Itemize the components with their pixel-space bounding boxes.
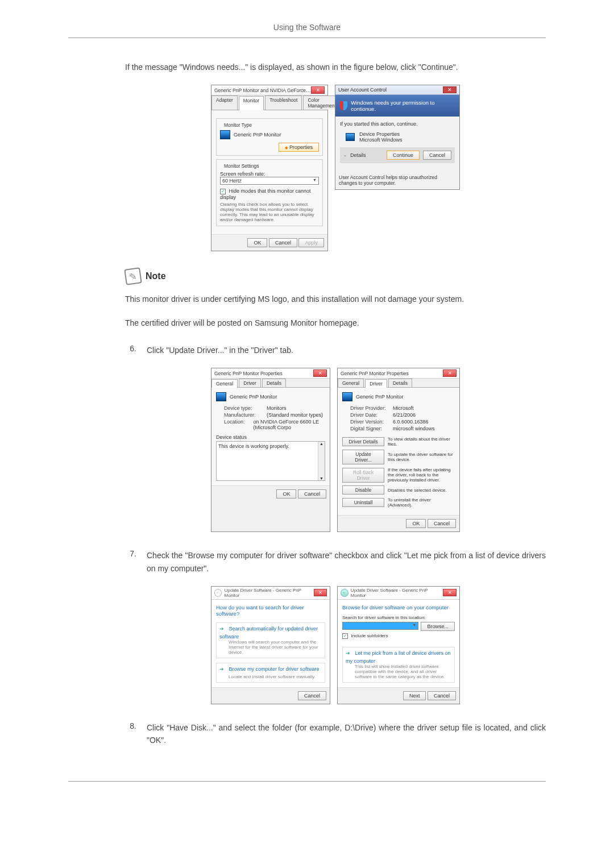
- ok-button[interactable]: OK: [406, 519, 426, 528]
- arrow-icon: ➔: [346, 650, 354, 658]
- hide-modes-checkbox[interactable]: ✓: [220, 189, 226, 194]
- driver-details-button[interactable]: Driver Details: [342, 437, 384, 446]
- hide-modes-desc: Clearing this check box allows you to se…: [220, 202, 319, 222]
- step-text: Check the "Browse my computer for driver…: [147, 549, 546, 575]
- arrow-icon: ➔: [219, 666, 227, 674]
- uac-headline: Windows needs your permission to contion…: [351, 99, 455, 112]
- uac-item-publisher: Microsoft Windows: [359, 137, 403, 143]
- refresh-label: Screen refresh rate:: [220, 171, 319, 177]
- tab-general[interactable]: General: [211, 379, 238, 388]
- tab-adapter[interactable]: Adapter: [211, 95, 238, 110]
- detail-row: Driver Date:6/21/2006: [350, 412, 455, 418]
- close-icon[interactable]: ✕: [313, 369, 327, 377]
- button-description: Disables the selected device.: [388, 488, 455, 493]
- browse-button[interactable]: Browse...: [421, 622, 455, 631]
- roll-back-driver-button[interactable]: Roll Back Driver: [342, 468, 384, 483]
- dialog-title: Generic PnP Monitor Properties: [214, 371, 283, 376]
- detail-row: Location:on NVIDIA GeForce 6600 LE (Micr…: [224, 418, 325, 431]
- properties-button[interactable]: ◆ Properties: [279, 143, 319, 152]
- refresh-dropdown[interactable]: 60 Hertz▼: [220, 177, 319, 185]
- wizard-heading: How do you want to search for driver sof…: [216, 604, 325, 617]
- close-icon[interactable]: ✕: [314, 589, 327, 596]
- close-icon[interactable]: ✕: [443, 369, 457, 377]
- arrow-icon: ➔: [219, 626, 227, 634]
- continue-button[interactable]: Continue: [387, 151, 420, 160]
- driver-action-row: UninstallTo uninstall the driver (Advanc…: [342, 497, 455, 508]
- close-icon[interactable]: ✕: [311, 86, 325, 94]
- uac-footer: User Account Control helps stop unauthor…: [335, 171, 459, 189]
- shield-icon: [340, 101, 347, 110]
- footer-divider: [68, 781, 546, 782]
- properties-general-dialog: Generic PnP Monitor Properties ✕ General…: [211, 368, 330, 532]
- step-text: Click "Update Driver..." in the "Driver"…: [147, 344, 546, 356]
- cancel-button[interactable]: Cancel: [269, 238, 297, 247]
- close-icon[interactable]: ✕: [443, 589, 457, 596]
- location-input[interactable]: ▼: [342, 622, 418, 630]
- tab-monitor[interactable]: Monitor: [239, 96, 264, 110]
- monitor-type-label: Monitor Type: [222, 122, 254, 128]
- detail-row: Driver Provider:Microsoft: [350, 405, 455, 412]
- monitor-name: Generic PnP Monitor: [356, 394, 403, 400]
- hide-modes-label: Hide modes that this monitor cannot disp…: [220, 188, 311, 200]
- cancel-button[interactable]: Cancel: [423, 151, 451, 160]
- properties-driver-dialog: Generic PnP Monitor Properties ✕ General…: [337, 368, 460, 532]
- update-driver--button[interactable]: Update Driver...: [342, 450, 384, 464]
- chevron-down-icon[interactable]: ⌄: [343, 153, 347, 157]
- include-subfolders-label: Include subfolders: [351, 633, 388, 638]
- back-icon[interactable]: ←: [214, 589, 222, 597]
- update-wizard-search: ← Update Driver Software - Generic PnP M…: [211, 586, 330, 704]
- uac-title: User Account Control: [338, 87, 387, 93]
- note-para-2: The certified driver will be posted on S…: [125, 317, 546, 329]
- cancel-button[interactable]: Cancel: [298, 691, 326, 700]
- driver-action-row: Update Driver...To update the driver sof…: [342, 450, 455, 464]
- page-title: Using the Software: [68, 23, 546, 38]
- monitor-name: Generic PnP Monitor: [230, 394, 277, 400]
- step-number: 7.: [125, 549, 136, 575]
- step-text: Click "Have Disk..." and select the fold…: [147, 721, 546, 747]
- uac-item-title: Device Properties: [359, 131, 403, 137]
- status-textbox: This device is working properly. ▲ ▼: [216, 441, 325, 481]
- button-description: To view details about the driver files.: [388, 437, 455, 447]
- uac-dialog: User Account Control ✕ Windows needs you…: [335, 85, 460, 190]
- search-location-label: Search for driver software in this locat…: [342, 615, 455, 620]
- tab-details[interactable]: Details: [262, 379, 286, 387]
- next-button[interactable]: Next: [403, 691, 426, 700]
- ok-button[interactable]: OK: [247, 238, 267, 247]
- cancel-button[interactable]: Cancel: [428, 519, 456, 528]
- close-icon[interactable]: ✕: [443, 86, 457, 93]
- wizard-heading: Browse for driver software on your compu…: [342, 604, 455, 610]
- include-subfolders-checkbox[interactable]: ✓: [342, 633, 348, 639]
- detail-row: Driver Version:6.0.6000.16386: [350, 418, 455, 425]
- tabs: GeneralDriverDetails: [211, 379, 330, 388]
- back-icon[interactable]: ←: [341, 589, 349, 597]
- wizard-option-auto[interactable]: ➔ Search automatically for updated drive…: [216, 622, 325, 658]
- note-icon: ✎: [124, 267, 142, 285]
- tab-driver[interactable]: Driver: [365, 379, 387, 388]
- cancel-button[interactable]: Cancel: [428, 691, 456, 700]
- tab-troubleshoot[interactable]: Troubleshoot: [265, 95, 302, 110]
- note-label: Note: [146, 271, 166, 281]
- step-number: 6.: [125, 344, 136, 356]
- wizard-option-browse[interactable]: ➔ Browse my computer for driver software…: [216, 663, 325, 683]
- tab-driver[interactable]: Driver: [239, 379, 261, 387]
- device-status-label: Device status: [216, 434, 325, 440]
- pick-from-list-option[interactable]: ➔ Let me pick from a list of device driv…: [342, 647, 455, 683]
- details-toggle[interactable]: Details: [350, 152, 383, 158]
- button-description: If the device fails after updating the d…: [388, 467, 455, 483]
- monitor-icon: [220, 130, 230, 139]
- cancel-button[interactable]: Cancel: [298, 489, 326, 499]
- intro-paragraph: If the message "Windows needs..." is dis…: [125, 61, 546, 73]
- apply-button[interactable]: Apply: [298, 238, 324, 247]
- tab-details[interactable]: Details: [388, 379, 412, 387]
- monitor-settings-label: Monitor Settings: [222, 163, 260, 169]
- ok-button[interactable]: OK: [276, 489, 296, 499]
- detail-row: Digital Signer:microsoft windows: [350, 425, 455, 432]
- monitor-icon: [342, 392, 352, 401]
- note-para-1: This monitor driver is under certifying …: [125, 293, 546, 305]
- disable-button[interactable]: Disable: [342, 485, 384, 495]
- scrollbar[interactable]: ▲ ▼: [318, 442, 325, 480]
- uac-sub: If you started this action, continue.: [340, 121, 455, 127]
- device-icon: [346, 133, 355, 141]
- uninstall-button[interactable]: Uninstall: [342, 498, 384, 507]
- tab-general[interactable]: General: [338, 379, 364, 387]
